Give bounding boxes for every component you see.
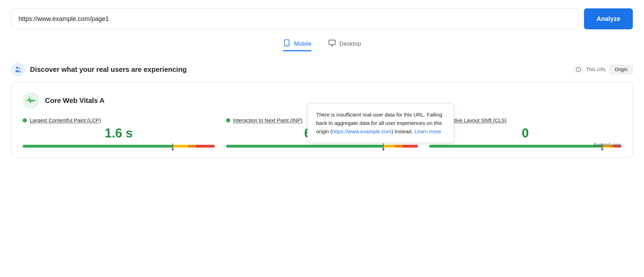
cls-bar <box>429 145 621 148</box>
cls-value: 0 <box>429 126 621 141</box>
origin-toggle-button[interactable]: Origin <box>609 65 633 74</box>
tab-mobile[interactable]: Mobile <box>283 39 312 51</box>
cls-bar-green <box>429 145 602 148</box>
svg-rect-2 <box>329 40 335 45</box>
mobile-icon <box>283 39 291 48</box>
metric-lcp: Largest Contentful Paint (LCP) 1.6 s <box>23 117 215 148</box>
desktop-icon <box>328 39 336 48</box>
lcp-label-row: Largest Contentful Paint (LCP) <box>23 117 215 123</box>
lcp-link[interactable]: Largest Contentful Paint (LCP) <box>30 117 101 123</box>
metric-cls: Cumulative Layout Shift (CLS) 0 <box>429 117 621 148</box>
tab-desktop[interactable]: Desktop <box>328 39 361 51</box>
cls-label-row: Cumulative Layout Shift (CLS) <box>429 117 621 123</box>
inp-bar-yellow <box>383 145 395 148</box>
this-url-label[interactable]: This URL <box>586 67 606 72</box>
tab-mobile-label: Mobile <box>294 40 312 47</box>
lcp-track <box>23 145 215 148</box>
expand-view-link[interactable]: Expand view <box>594 142 621 148</box>
lcp-bar-orange <box>188 145 196 148</box>
inp-status-dot <box>226 118 230 122</box>
svg-point-5 <box>16 67 18 69</box>
inp-bar <box>226 145 418 148</box>
svg-point-6 <box>19 68 21 69</box>
cls-track <box>429 145 621 148</box>
url-input[interactable] <box>11 8 578 29</box>
tooltip-popup: There is insufficient real-user data for… <box>307 103 454 143</box>
inp-bar-red <box>403 145 418 148</box>
lcp-status-dot <box>23 118 27 122</box>
section-title: Discover what your real users are experi… <box>30 66 187 74</box>
cwv-icon <box>23 92 39 109</box>
svg-point-12 <box>33 100 35 101</box>
inp-track <box>226 145 418 148</box>
lcp-bar-yellow <box>173 145 188 148</box>
lcp-marker <box>172 143 173 149</box>
inp-bar-green <box>226 145 384 148</box>
section-title-group: Discover what your real users are experi… <box>11 62 187 76</box>
lcp-bar-red <box>196 145 215 148</box>
url-origin-toggle: This URL Origin <box>574 65 633 74</box>
inp-link[interactable]: Interaction to Next Paint (INP) <box>233 117 302 123</box>
lcp-bar-green <box>23 145 173 148</box>
tooltip-text-after: ) instead. <box>391 128 413 134</box>
tooltip-learn-more[interactable]: Learn more <box>414 128 441 134</box>
lcp-value: 1.6 s <box>23 126 215 141</box>
section-header: Discover what your real users are experi… <box>11 62 633 76</box>
inp-marker <box>383 143 384 149</box>
lcp-bar <box>23 145 215 148</box>
device-tabs: Mobile Desktop <box>11 39 633 51</box>
analyze-button[interactable]: Analyze <box>584 8 633 29</box>
tooltip-link[interactable]: https://www.example.com <box>332 128 391 134</box>
cwv-title: Core Web Vitals A <box>45 97 105 105</box>
info-icon[interactable] <box>574 65 583 74</box>
svg-point-8 <box>18 71 21 73</box>
tab-desktop-label: Desktop <box>339 40 361 47</box>
url-bar-row: Analyze <box>11 8 633 29</box>
section-avatar <box>11 62 25 76</box>
main-card: Core Web Vitals A There is insufficient … <box>11 82 633 158</box>
inp-bar-orange <box>395 145 403 148</box>
